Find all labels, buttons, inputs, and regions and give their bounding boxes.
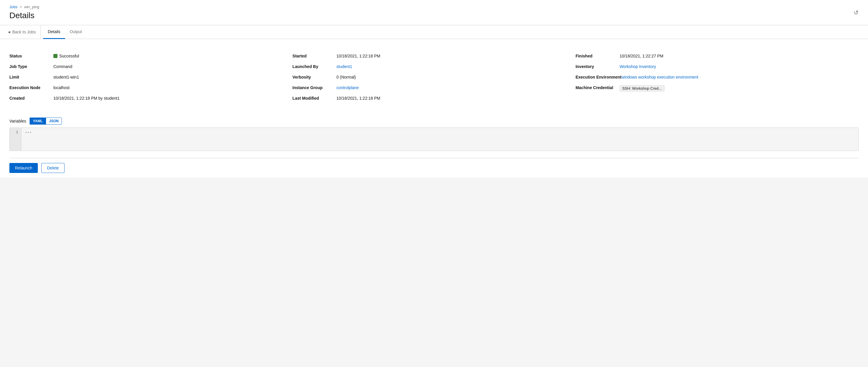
tab-details[interactable]: Details [43,25,65,39]
breadcrumb-jobs-link[interactable]: Jobs [9,5,17,9]
inventory-value[interactable]: Workshop Inventory [620,64,656,69]
status-row: Status Successful [9,51,283,61]
line-number-1: 1 [12,130,18,135]
status-text: Successful [59,54,79,58]
created-by-link[interactable]: student1 [104,96,120,101]
launched-by-value[interactable]: student1 [336,64,352,69]
last-modified-row: Last Modified 10/18/2021, 1:22:18 PM [292,93,566,103]
limit-label: Limit [9,75,53,79]
delete-button[interactable]: Delete [41,163,64,173]
created-value: 10/18/2021, 1:22:18 PM by student1 [53,96,120,101]
machine-cred-value: SSH: Workshop Cred... [620,85,664,92]
job-type-row: Job Type Command [9,61,283,72]
created-date: 10/18/2021, 1:22:18 PM by [53,96,103,101]
finished-value: 10/18/2021, 1:22:27 PM [620,54,663,58]
inventory-label: Inventory [576,64,620,69]
last-modified-value: 10/18/2021, 1:22:18 PM [336,96,380,101]
actions-bar: Relaunch Delete [0,158,868,178]
started-row: Started 10/18/2021, 1:22:18 PM [292,51,566,61]
started-label: Started [292,54,336,58]
execution-env-label: Execution Environment [576,75,621,79]
finished-label: Finished [576,54,620,58]
created-label: Created [9,96,53,101]
execution-env-row: Execution Environment windows workshop e… [576,72,849,82]
tab-output[interactable]: Output [65,25,87,39]
breadcrumb-separator: > [20,5,22,9]
variables-format-toggle: YAML JSON [30,118,62,125]
breadcrumb: Jobs > win_ping [9,5,859,9]
machine-cred-label: Machine Credential [576,85,620,90]
variables-section: Variables YAML JSON 1 --- [0,113,868,158]
yaml-toggle-button[interactable]: YAML [30,118,46,125]
inventory-row: Inventory Workshop Inventory [576,61,849,72]
details-grid: Status Successful Job Type Command Limit… [9,46,859,106]
code-content[interactable]: --- [22,128,858,151]
last-modified-label: Last Modified [292,96,336,101]
limit-row: Limit student1-win1 [9,72,283,82]
details-section: Status Successful Job Type Command Limit… [0,39,868,113]
machine-cred-row: Machine Credential SSH: Workshop Cred... [576,82,849,94]
job-type-value: Command [53,64,72,69]
execution-node-label: Execution Node [9,85,53,90]
variables-header: Variables YAML JSON [9,118,859,125]
launched-by-label: Launched By [292,64,336,69]
relaunch-button[interactable]: Relaunch [9,163,38,173]
status-label: Status [9,54,53,58]
started-value: 10/18/2021, 1:22:18 PM [336,54,380,58]
verbosity-value: 0 (Normal) [336,75,356,79]
instance-group-label: Instance Group [292,85,336,90]
verbosity-label: Verbosity [292,75,336,79]
execution-node-row: Execution Node localhost [9,82,283,93]
credential-badge: SSH: Workshop Cred... [620,85,664,92]
finished-row: Finished 10/18/2021, 1:22:27 PM [576,51,849,61]
execution-node-value: localhost [53,85,69,90]
code-editor: 1 --- [9,128,859,151]
tabs-bar: ◄ Back to Jobs Details Output [0,25,868,39]
col-3: Finished 10/18/2021, 1:22:27 PM Inventor… [576,51,859,103]
json-toggle-button[interactable]: JSON [46,118,62,125]
variables-label: Variables [9,119,26,124]
launched-by-row: Launched By student1 [292,61,566,72]
status-dot [53,54,58,58]
col-1: Status Successful Job Type Command Limit… [9,51,292,103]
job-type-label: Job Type [9,64,53,69]
page-title: Details [9,11,859,20]
verbosity-row: Verbosity 0 (Normal) [292,72,566,82]
execution-env-value[interactable]: windows workshop execution environment [621,75,698,79]
breadcrumb-current: win_ping [24,5,39,9]
content-area: ◄ Back to Jobs Details Output Status Suc… [0,25,868,178]
history-icon[interactable]: ↺ [854,9,859,16]
page-header: Jobs > win_ping Details ↺ [0,0,868,25]
limit-value: student1-win1 [53,75,79,79]
status-value: Successful [53,54,79,58]
line-numbers: 1 [10,128,22,151]
instance-group-row: Instance Group controlplane [292,82,566,93]
col-2: Started 10/18/2021, 1:22:18 PM Launched … [292,51,575,103]
back-to-jobs-link[interactable]: ◄ Back to Jobs [5,26,41,38]
created-row: Created 10/18/2021, 1:22:18 PM by studen… [9,93,283,103]
instance-group-value[interactable]: controlplane [336,85,359,90]
